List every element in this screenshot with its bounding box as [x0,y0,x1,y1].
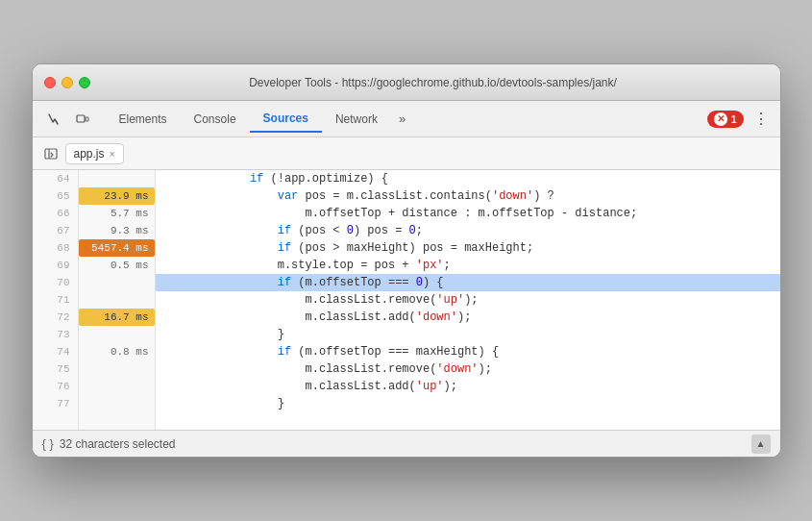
ln-72: 72 [33,309,78,326]
format-button[interactable]: { } [42,436,54,451]
code-editor[interactable]: 64 65 66 67 68 69 70 71 72 73 74 75 76 7… [33,170,780,430]
ln-76: 76 [33,378,78,395]
code-line-65: var pos = m.classList.contains('down') ? [156,187,780,205]
inspect-button[interactable] [40,108,67,131]
ln-65: 65 [33,187,78,205]
scroll-to-top-button[interactable]: ▲ [751,434,771,454]
tc-74: 0.8 ms [79,343,155,360]
status-bar: { } 32 characters selected ▲ [33,430,780,457]
file-tab-close[interactable]: × [110,148,115,160]
close-button[interactable] [44,77,56,88]
code-line-70: if (m.offsetTop === 0) { [156,274,780,291]
tc-75 [79,360,155,378]
status-left: { } 32 characters selected [42,436,176,451]
svg-rect-1 [86,117,88,121]
tab-network[interactable]: Network [322,107,391,132]
error-icon: ✕ [714,112,727,126]
svg-rect-0 [77,115,85,122]
tc-76 [79,378,155,395]
tc-70 [79,274,155,291]
ln-68: 68 [33,239,78,257]
tc-73 [79,326,155,343]
code-line-68: if (pos > maxHeight) pos = maxHeight; [156,239,780,257]
tab-elements[interactable]: Elements [106,107,181,132]
code-lines: if (!app.optimize) { var pos = m.classLi… [156,170,780,430]
ln-74: 74 [33,343,78,360]
nav-right: ✕ 1 ⋮ [707,108,772,131]
status-text: 32 characters selected [60,437,176,451]
main-tabs: Elements Console Sources Network » [106,106,706,133]
line-numbers: 64 65 66 67 68 69 70 71 72 73 74 75 76 7… [33,170,79,430]
ln-69: 69 [33,257,78,274]
tc-67: 9.3 ms [79,222,155,239]
code-line-67: if (pos < 0) pos = 0; [156,222,780,239]
file-tab-name: app.js [74,147,105,161]
tab-sources[interactable]: Sources [250,106,322,133]
more-options-button[interactable]: ⋮ [750,108,773,131]
traffic-lights [44,77,90,88]
code-line-76: m.classList.add('up'); [156,378,780,395]
code-line-75: m.classList.remove('down'); [156,360,780,378]
code-line-64: if (!app.optimize) { [156,170,780,187]
more-tabs-button[interactable]: » [391,108,413,130]
timing-column: 23.9 ms 5.7 ms 9.3 ms 5457.4 ms 0.5 ms 1… [79,170,156,430]
minimize-button[interactable] [62,77,73,88]
title-bar: Developer Tools - https://googlechrome.g… [33,64,780,101]
tc-66: 5.7 ms [79,205,155,222]
tc-72: 16.7 ms [79,309,155,326]
code-line-73: } [156,326,780,343]
code-line-72: m.classList.add('down'); [156,309,780,326]
tab-console[interactable]: Console [181,107,250,132]
code-line-77: } [156,395,780,412]
ln-70: 70 [33,274,78,291]
code-line-69: m.style.top = pos + 'px'; [156,257,780,274]
device-toggle-button[interactable] [69,108,96,131]
nav-bar: Elements Console Sources Network » ✕ 1 ⋮ [33,101,780,137]
ln-64: 64 [33,170,78,187]
file-tab-appjs[interactable]: app.js × [65,143,124,164]
ln-77: 77 [33,395,78,412]
tc-65: 23.9 ms [79,187,155,205]
tc-69: 0.5 ms [79,257,155,274]
ln-73: 73 [33,326,78,343]
file-tabs-bar: app.js × [33,137,780,170]
code-line-66: m.offsetTop + distance : m.offsetTop - d… [156,205,780,222]
window-title: Developer Tools - https://googlechrome.g… [98,76,769,89]
error-badge[interactable]: ✕ 1 [707,111,743,128]
ln-66: 66 [33,205,78,222]
ln-67: 67 [33,222,78,239]
tc-64 [79,170,155,187]
maximize-button[interactable] [79,77,90,88]
ln-75: 75 [33,360,78,378]
code-line-71: m.classList.remove('up'); [156,291,780,309]
error-count: 1 [730,113,736,125]
code-line-74: if (m.offsetTop === maxHeight) { [156,343,780,360]
tc-77 [79,395,155,412]
devtools-window: Developer Tools - https://googlechrome.g… [32,63,781,458]
tc-71 [79,291,155,309]
ln-71: 71 [33,291,78,309]
sidebar-toggle-button[interactable] [40,143,62,164]
tc-68: 5457.4 ms [79,239,155,257]
